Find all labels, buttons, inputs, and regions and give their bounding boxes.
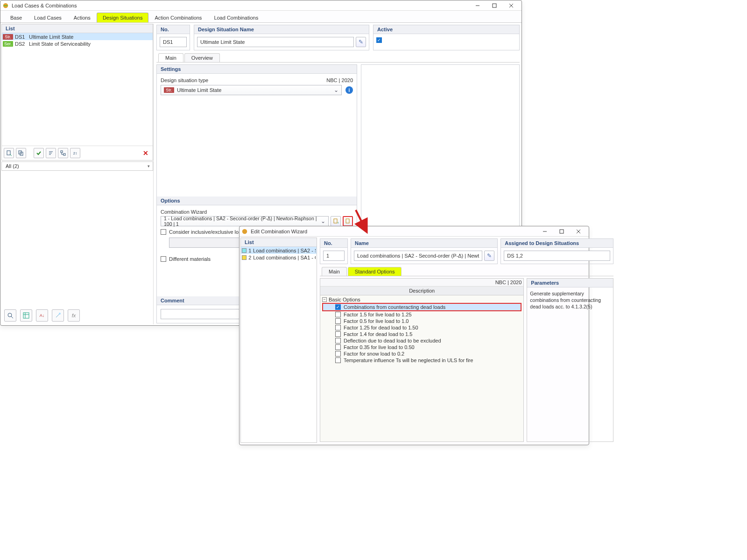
badge-str: Str. (3, 34, 13, 40)
renumber-button[interactable]: 2↕ (70, 148, 80, 158)
situation-type-dropdown[interactable]: Str. Ultimate Limit State (161, 85, 342, 95)
color-swatch (242, 248, 247, 253)
parameters-box: Parameters Generate supplementary combin… (527, 278, 613, 442)
combo-wizard-dropdown[interactable]: 1 - Load combinations | SA2 - Second-ord… (161, 216, 329, 226)
assigned-field[interactable]: DS 1,2 (504, 251, 610, 261)
svg-rect-1 (4, 5, 8, 6)
tree-item[interactable]: Deflection due to dead load to be exclud… (322, 337, 521, 344)
subtab-overview[interactable]: Overview (184, 53, 220, 62)
maximize-button[interactable] (486, 0, 503, 11)
wizard-name-field[interactable]: Load combinations | SA2 - Second-order (… (354, 251, 482, 261)
option-checkbox[interactable] (335, 338, 341, 343)
delete-button[interactable]: ✕ (141, 148, 151, 158)
option-checkbox[interactable] (335, 357, 341, 363)
app-icon (2, 2, 9, 9)
copy-button[interactable] (16, 148, 26, 158)
tree-item[interactable]: Factor 1.5 for live load to 1.25 (322, 311, 521, 318)
collapse-icon[interactable]: − (322, 297, 327, 302)
tree-button[interactable] (58, 148, 68, 158)
tree-item[interactable]: ✓Combinations from counteracting dead lo… (322, 303, 521, 311)
subtab-main[interactable]: Main (158, 53, 183, 62)
svg-point-17 (8, 313, 12, 317)
svg-rect-19 (23, 313, 29, 318)
left-pane: List Str. DS1 Ultimate Limit State Ser. … (1, 24, 154, 324)
badge-ser: Ser. (3, 41, 13, 47)
list-item[interactable]: Ser. DS2 Limit State of Serviceability (2, 40, 153, 47)
color-swatch (242, 255, 247, 260)
list-item[interactable]: 1 Load combinations | SA2 - Secon (241, 247, 317, 254)
edit-wizard-window: Edit Combination Wizard List 1 Load comb… (239, 226, 589, 445)
fx-button[interactable]: fx (68, 309, 80, 322)
svg-rect-24 (334, 219, 337, 223)
new-button[interactable] (4, 148, 14, 158)
edit-name-button[interactable]: ✎ (484, 251, 494, 261)
close-button[interactable] (503, 0, 520, 11)
option-checkbox[interactable] (335, 312, 341, 317)
tree-item[interactable]: Factor 1.4 for dead load to 1.5 (322, 331, 521, 337)
tree-item[interactable]: Factor 0.35 for live load to 0.50 (322, 344, 521, 350)
tab-base[interactable]: Base (4, 13, 28, 22)
filter-a-button[interactable]: A↓ (36, 309, 48, 322)
active-box: Active (373, 25, 520, 50)
ds-list: List Str. DS1 Ultimate Limit State Ser. … (1, 24, 153, 161)
option-checkbox[interactable] (335, 344, 341, 350)
sort-button[interactable] (46, 148, 56, 158)
minimize-button[interactable] (469, 0, 486, 11)
tree-item[interactable]: Factor 1.25 for dead load to 1.50 (322, 324, 521, 331)
diff-mat-checkbox[interactable] (161, 256, 166, 262)
no-box: No. DS1 (156, 25, 190, 50)
main-titlebar: Load Cases & Combinations (0, 0, 521, 11)
main-tabstrip: Base Load Cases Actions Design Situation… (0, 11, 521, 23)
option-checkbox[interactable]: ✓ (335, 304, 341, 310)
tab-load-combinations[interactable]: Load Combinations (208, 13, 264, 22)
option-checkbox[interactable] (335, 351, 341, 357)
wizard-no-field[interactable]: 1 (323, 251, 345, 261)
list-item[interactable]: 2 Load combinations | SA1 - Geom (241, 254, 317, 261)
incl-excl-checkbox[interactable] (161, 229, 166, 235)
active-checkbox[interactable] (376, 37, 382, 43)
subtabs: Main Overview (156, 53, 520, 63)
svg-rect-30 (560, 230, 564, 233)
tree-item[interactable]: Temperature influence Ts will be neglect… (322, 357, 521, 364)
parameters-text: Generate supplementary combinations from… (527, 287, 613, 313)
option-checkbox[interactable] (335, 325, 341, 330)
main-title: Load Cases & Combinations (12, 3, 469, 8)
tree-item[interactable]: Factor for snow load to 0.2 (322, 350, 521, 357)
subtab-main[interactable]: Main (322, 267, 347, 276)
svg-point-28 (242, 229, 247, 234)
name-field[interactable]: Ultimate Limit State (197, 37, 354, 47)
option-checkbox[interactable] (335, 318, 341, 324)
name-box: Design Situation Name Ultimate Limit Sta… (194, 25, 369, 50)
maximize-button[interactable] (553, 226, 570, 237)
tree-group[interactable]: −Basic Options (322, 296, 521, 303)
tab-design-situations[interactable]: Design Situations (97, 13, 149, 22)
list-item[interactable]: Str. DS1 Ultimate Limit State (2, 33, 153, 40)
svg-rect-13 (61, 151, 63, 153)
wizard-list: List 1 Load combinations | SA2 - Secon 2… (240, 238, 317, 443)
minimize-button[interactable] (536, 226, 553, 237)
subtab-standard-options[interactable]: Standard Options (348, 267, 402, 276)
edit-titlebar: Edit Combination Wizard (240, 226, 589, 237)
tree-item[interactable]: Factor 0.5 for live load to 1.0 (322, 318, 521, 324)
bottom-tools: A↓ fx (1, 307, 153, 324)
no-field[interactable]: DS1 (160, 37, 187, 47)
tab-action-combinations[interactable]: Action Combinations (148, 13, 208, 22)
option-checkbox[interactable] (335, 331, 341, 337)
wand-button[interactable] (52, 309, 64, 322)
edit-title: Edit Combination Wizard (251, 229, 536, 234)
edit-wizard-button[interactable] (343, 216, 353, 226)
pencil-icon: ✎ (359, 39, 363, 45)
edit-name-button[interactable]: ✎ (356, 37, 366, 47)
svg-point-23 (59, 313, 61, 315)
filter-dropdown[interactable]: All (2) (1, 161, 153, 171)
new-wizard-button[interactable]: + (331, 216, 341, 226)
tab-actions[interactable]: Actions (68, 13, 97, 22)
check-button[interactable] (34, 148, 44, 158)
tab-load-cases[interactable]: Load Cases (28, 13, 68, 22)
svg-rect-14 (63, 154, 65, 155)
table-button[interactable] (20, 309, 32, 322)
search-button[interactable] (4, 309, 16, 322)
info-icon[interactable]: i (345, 86, 353, 94)
close-button[interactable] (570, 226, 587, 237)
list-toolbar: 2↕ ✕ (2, 146, 153, 160)
